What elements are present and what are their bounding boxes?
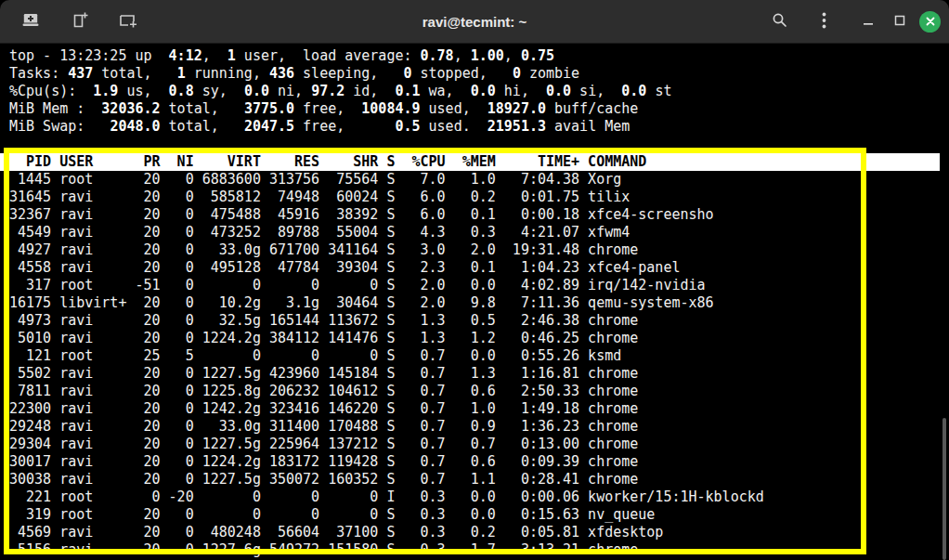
titlebar-right-buttons <box>767 9 941 33</box>
process-row: 4927 ravi 20 0 33.0g 671700 341164 S 3.0… <box>9 241 949 259</box>
summary-line: %Cpu(s): 1.9 us, 0.8 sy, 0.0 ni, 97.2 id… <box>9 83 949 100</box>
search-icon <box>772 12 787 31</box>
summary-line: MiB Mem : 32036.2 total, 3775.0 free, 10… <box>9 100 949 118</box>
process-table: PID USER PR NI VIRT RES SHR S %CPU %MEM … <box>0 153 949 559</box>
table-header-row: PID USER PR NI VIRT RES SHR S %CPU %MEM … <box>0 153 940 171</box>
process-row: 5010 ravi 20 0 1224.2g 384112 141476 S 1… <box>9 330 949 347</box>
menu-button[interactable] <box>812 9 836 33</box>
process-row: 29304 ravi 20 0 1227.5g 225964 137212 S … <box>9 436 949 453</box>
process-row: 5156 ravi 20 0 1227.6g 549272 151580 S 0… <box>9 541 949 559</box>
process-row: 7811 ravi 20 0 1225.8g 206232 104612 S 0… <box>9 383 949 400</box>
top-summary: top - 13:23:25 up 4:12, 1 user, load ave… <box>0 45 949 136</box>
split-terminal-button[interactable] <box>116 9 140 33</box>
maximize-button[interactable] <box>888 9 912 33</box>
process-row: 1445 root 20 0 6883600 313756 75564 S 7.… <box>9 171 949 189</box>
process-row: 221 root 0 -20 0 0 0 I 0.3 0.0 0:00.06 k… <box>9 488 949 506</box>
window-title: ravi@tecmint: ~ <box>422 14 527 30</box>
process-row: 22300 ravi 20 0 1242.2g 323416 146220 S … <box>9 400 949 418</box>
titlebar[interactable]: ravi@tecmint: ~ <box>0 0 949 44</box>
process-row: 29248 ravi 20 0 33.0g 311400 170488 S 0.… <box>9 418 949 436</box>
process-row: 30017 ravi 20 0 1224.2g 183172 119428 S … <box>9 453 949 471</box>
kebab-menu-icon <box>822 12 826 32</box>
minimize-icon <box>863 15 874 29</box>
process-row: 4558 ravi 20 0 495128 47784 39304 S 2.3 … <box>9 259 949 277</box>
add-terminal-button[interactable] <box>20 9 44 33</box>
process-row: 4973 ravi 20 0 32.5g 165144 113672 S 1.3… <box>9 312 949 330</box>
new-tab-button[interactable] <box>68 9 92 33</box>
titlebar-left-buttons <box>0 9 140 33</box>
minimize-button[interactable] <box>856 9 880 33</box>
split-terminal-icon <box>119 13 137 31</box>
process-row: 4569 ravi 20 0 480248 56604 37100 S 0.3 … <box>9 524 949 541</box>
process-row: 121 root 25 5 0 0 0 S 0.7 0.0 0:55.26 ks… <box>9 347 949 365</box>
close-icon <box>926 15 935 29</box>
terminal-screen[interactable]: top - 13:23:25 up 4:12, 1 user, load ave… <box>0 45 949 560</box>
process-row: 30038 ravi 20 0 1227.5g 350072 160352 S … <box>9 471 949 488</box>
process-row: 31645 ravi 20 0 585812 74948 60024 S 6.0… <box>9 189 949 206</box>
process-row: 5502 ravi 20 0 1227.5g 423960 145184 S 0… <box>9 365 949 383</box>
process-row: 4549 ravi 20 0 473252 89788 55004 S 4.3 … <box>9 224 949 241</box>
process-row: 32367 ravi 20 0 475488 45916 38392 S 6.0… <box>9 206 949 224</box>
new-tab-icon <box>72 12 88 32</box>
close-button[interactable] <box>919 11 941 33</box>
summary-line: MiB Swap: 2048.0 total, 2047.5 free, 0.5… <box>9 118 949 136</box>
process-row: 317 root -51 0 0 0 0 S 2.0 0.0 4:02.89 i… <box>9 277 949 294</box>
add-terminal-icon <box>22 13 41 31</box>
summary-line: Tasks: 437 total, 1 running, 436 sleepin… <box>9 65 949 83</box>
maximize-icon <box>894 15 905 29</box>
scrollbar-thumb[interactable] <box>942 418 946 560</box>
search-button[interactable] <box>767 9 791 33</box>
process-row: 319 root 20 0 0 0 0 S 0.3 0.0 0:15.63 nv… <box>9 506 949 524</box>
process-row: 16175 libvirt+ 20 0 10.2g 3.1g 30464 S 2… <box>9 294 949 312</box>
summary-line: top - 13:23:25 up 4:12, 1 user, load ave… <box>9 47 949 65</box>
